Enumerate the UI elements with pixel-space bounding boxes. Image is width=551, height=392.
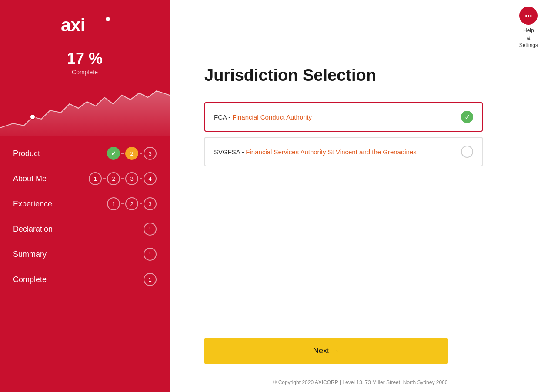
about-me-step-2: 2 [107,172,120,185]
chart-svg [0,80,170,136]
progress-area: 17 % Complete [67,50,103,76]
connector [140,153,142,154]
declaration-step-1: 1 [144,223,157,236]
sidebar-item-product-label: Product [13,149,40,158]
progress-percent: 17 % [67,50,103,68]
product-step-2: 2 [125,147,138,160]
connector [140,178,142,179]
next-button-area: Next → [170,329,483,373]
about-me-step-3: 3 [125,172,138,185]
progress-label: Complete [67,69,103,76]
fca-check-icon: ✓ [461,111,473,123]
svgfsa-highlight: Financial Services Authority St Vincent … [246,148,416,156]
footer-text: © Copyright 2020 AXICORP | Level 13, 73 … [273,379,448,385]
svg-point-1 [106,17,110,21]
sidebar-item-declaration-label: Declaration [13,225,53,234]
jurisdiction-svgfsa[interactable]: SVGFSA - Financial Services Authority St… [204,137,483,166]
top-bar: ··· Help&Settings [170,0,551,49]
svgfsa-option-text: SVGFSA - Financial Services Authority St… [214,148,417,156]
next-button[interactable]: Next → [204,338,448,364]
experience-step-1: 1 [107,197,120,210]
help-settings-button[interactable]: ··· Help&Settings [519,7,538,49]
chart-area [0,80,170,136]
sidebar-item-experience-label: Experience [13,199,52,209]
fca-highlight: Financial Conduct Authority [233,113,312,121]
help-dots-icon: ··· [519,7,538,25]
connector [103,178,106,179]
sidebar-item-about-me[interactable]: About Me 1 2 3 4 [0,166,170,191]
help-settings-label: Help&Settings [519,27,538,49]
fca-option-text: FCA - Financial Conduct Authority [214,113,312,121]
about-me-steps: 1 2 3 4 [89,172,157,185]
connector [121,203,124,204]
connector [121,153,124,154]
jurisdiction-fca[interactable]: FCA - Financial Conduct Authority ✓ [204,102,483,132]
svg-point-2 [30,114,35,120]
next-button-label: Next → [313,346,339,355]
content-area: Jurisdiction Selection FCA - Financial C… [170,49,551,329]
svgfsa-radio-icon [461,146,473,158]
summary-step-1: 1 [144,248,157,261]
sidebar-item-about-me-label: About Me [13,174,47,183]
declaration-steps: 1 [144,223,157,236]
complete-steps: 1 [144,273,157,286]
axi-logo: axi [57,13,113,37]
sidebar: axi 17 % Complete Pr [0,0,170,392]
svg-text:axi: axi [61,15,85,35]
nav-section: Product 2 3 About Me 1 2 3 4 [0,136,170,392]
sidebar-item-product[interactable]: Product 2 3 [0,141,170,166]
experience-step-3: 3 [144,197,157,210]
sidebar-item-declaration[interactable]: Declaration 1 [0,216,170,242]
logo-area: axi [57,0,113,43]
product-steps: 2 3 [107,147,157,160]
sidebar-item-summary-label: Summary [13,250,47,259]
page-title: Jurisdiction Selection [204,66,516,85]
sidebar-item-complete[interactable]: Complete 1 [0,267,170,292]
about-me-step-1: 1 [89,172,102,185]
footer: © Copyright 2020 AXICORP | Level 13, 73 … [170,373,551,392]
sidebar-item-experience[interactable]: Experience 1 2 3 [0,191,170,216]
experience-steps: 1 2 3 [107,197,157,210]
connector [121,178,124,179]
sidebar-item-summary[interactable]: Summary 1 [0,242,170,267]
sidebar-item-complete-label: Complete [13,275,47,284]
summary-steps: 1 [144,248,157,261]
product-step-3: 3 [144,147,157,160]
about-me-step-4: 4 [144,172,157,185]
connector [140,203,142,204]
product-step-1 [107,147,120,160]
experience-step-2: 2 [125,197,138,210]
complete-step-1: 1 [144,273,157,286]
main-content: ··· Help&Settings Jurisdiction Selection… [170,0,551,392]
